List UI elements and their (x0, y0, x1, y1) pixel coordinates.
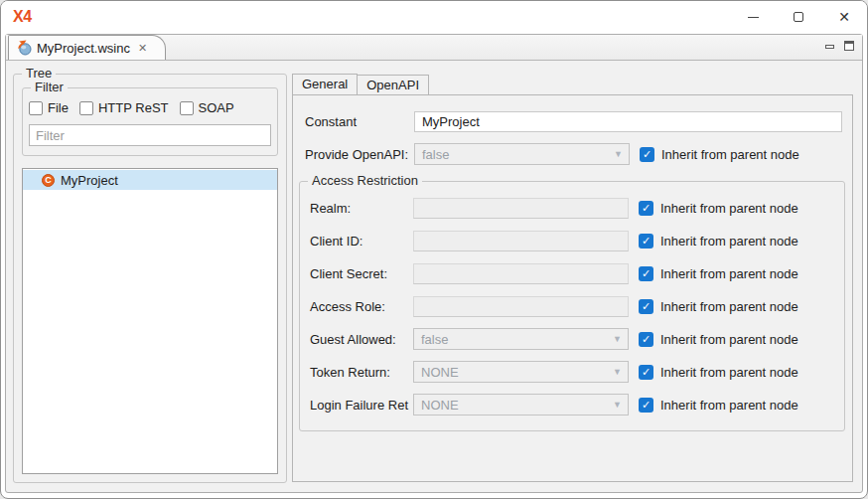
inherit-label: Inherit from parent node (660, 365, 798, 380)
filter-group: Filter File HTTP ReST SOAP (22, 87, 278, 156)
checkbox-checked-icon: ✓ (639, 299, 653, 314)
minimize-window-button[interactable] (730, 1, 776, 33)
client-id-row: Client ID: ✓ Inherit from parent node (310, 230, 844, 251)
x4-logo: X4 (13, 8, 32, 26)
client-secret-input[interactable] (413, 263, 629, 284)
access-restriction-title: Access Restriction (308, 173, 422, 188)
inherit-label: Inherit from parent node (660, 234, 798, 249)
tree-item-label: MyProject (61, 173, 118, 188)
guest-allowed-value: false (421, 332, 448, 347)
inherit-label: Inherit from parent node (660, 398, 798, 413)
inherit-label: Inherit from parent node (660, 201, 798, 216)
client-id-input[interactable] (413, 231, 629, 251)
inherit-label: Inherit from parent node (660, 266, 798, 281)
file-filter-label: File (48, 100, 69, 115)
tree-item-myproject[interactable]: C MyProject (23, 170, 277, 190)
detail-tabs: General OpenAPI (292, 74, 853, 94)
login-failure-inherit-checkbox[interactable]: ✓ Inherit from parent node (639, 398, 798, 413)
workspace: Tree Filter File HTTP ReST (6, 61, 862, 492)
checkbox-unchecked-icon (29, 101, 43, 115)
guest-allowed-select[interactable]: false ▼ (413, 328, 629, 350)
project-tree[interactable]: C MyProject (22, 168, 278, 474)
maximize-icon (794, 12, 803, 22)
maximize-window-button[interactable] (776, 1, 821, 33)
filter-input[interactable] (29, 124, 271, 146)
client-secret-inherit-checkbox[interactable]: ✓ Inherit from parent node (639, 266, 798, 281)
guest-allowed-label: Guest Allowed: (310, 332, 413, 347)
minimize-icon (748, 17, 759, 18)
checkbox-checked-icon: ✓ (640, 147, 654, 162)
window-controls: ✕ (730, 1, 867, 33)
checkbox-checked-icon: ✓ (639, 398, 653, 413)
token-return-row: Token Return: NONE ▼ ✓ Inherit from pare… (310, 361, 844, 383)
realm-inherit-checkbox[interactable]: ✓ Inherit from parent node (639, 201, 798, 216)
checkbox-checked-icon: ✓ (639, 332, 653, 347)
provide-openapi-label: Provide OpenAPI: (305, 147, 414, 162)
app-window: X4 ✕ MyProje (0, 0, 868, 499)
minimize-view-icon[interactable] (825, 45, 834, 49)
constant-label: Constant (305, 114, 414, 129)
chevron-down-icon: ▼ (613, 334, 622, 344)
tree-group-title: Tree (22, 66, 56, 81)
editor-tab-label: MyProject.wsinc (37, 41, 130, 56)
access-role-inherit-checkbox[interactable]: ✓ Inherit from parent node (639, 299, 798, 314)
checkbox-checked-icon: ✓ (639, 234, 653, 249)
constant-node-icon: C (42, 174, 55, 187)
realm-label: Realm: (310, 201, 413, 216)
login-failure-select[interactable]: NONE ▼ (413, 394, 629, 416)
access-role-row: Access Role: ✓ Inherit from parent node (310, 295, 844, 317)
login-failure-label: Login Failure Ret (310, 398, 413, 413)
access-role-label: Access Role: (310, 299, 413, 314)
close-icon: ✕ (838, 9, 850, 25)
chevron-down-icon: ▼ (614, 149, 623, 159)
client-secret-label: Client Secret: (310, 266, 413, 281)
editor-tab-bar: MyProject.wsinc ✕ (6, 35, 862, 61)
realm-input[interactable] (413, 198, 629, 219)
provide-openapi-select[interactable]: false ▼ (414, 143, 630, 165)
access-restriction-group: Access Restriction Realm: ✓ Inherit from… (299, 181, 845, 431)
token-return-label: Token Return: (310, 365, 413, 380)
login-failure-row: Login Failure Ret NONE ▼ ✓ Inherit from … (310, 394, 844, 416)
detail-panel: General OpenAPI Constant Provide OpenAPI… (292, 74, 853, 482)
provide-openapi-value: false (422, 147, 449, 162)
filter-group-title: Filter (31, 80, 68, 94)
checkbox-checked-icon: ✓ (639, 201, 653, 216)
general-tab-content: Constant Provide OpenAPI: false ▼ ✓ Inhe… (292, 94, 853, 482)
access-role-input[interactable] (413, 296, 629, 317)
filter-checkbox-row: File HTTP ReST SOAP (29, 100, 271, 115)
checkbox-unchecked-icon (180, 101, 194, 115)
constant-input[interactable] (414, 111, 842, 132)
tab-close-icon[interactable]: ✕ (136, 42, 149, 55)
provide-openapi-inherit-checkbox[interactable]: ✓ Inherit from parent node (640, 147, 799, 162)
tab-general[interactable]: General (292, 74, 358, 95)
editor-tab-myproject-wsinc[interactable]: MyProject.wsinc ✕ (8, 35, 166, 60)
guest-allowed-inherit-checkbox[interactable]: ✓ Inherit from parent node (639, 332, 798, 347)
client-secret-row: Client Secret: ✓ Inherit from parent nod… (310, 262, 844, 284)
inherit-label: Inherit from parent node (660, 299, 798, 314)
http-rest-filter-checkbox[interactable]: HTTP ReST (79, 100, 169, 115)
http-rest-filter-label: HTTP ReST (98, 100, 169, 115)
inherit-label: Inherit from parent node (660, 332, 798, 347)
guest-allowed-row: Guest Allowed: false ▼ ✓ Inherit from pa… (310, 328, 844, 350)
provide-openapi-row: Provide OpenAPI: false ▼ ✓ Inherit from … (305, 143, 842, 165)
checkbox-unchecked-icon (79, 101, 93, 115)
checkbox-checked-icon: ✓ (639, 365, 653, 380)
tree-panel: Tree Filter File HTTP ReST (13, 74, 287, 483)
token-return-select[interactable]: NONE ▼ (413, 361, 629, 383)
token-return-inherit-checkbox[interactable]: ✓ Inherit from parent node (639, 365, 798, 380)
checkbox-checked-icon: ✓ (639, 266, 653, 281)
inherit-label: Inherit from parent node (661, 147, 799, 162)
client-id-label: Client ID: (310, 234, 413, 249)
close-window-button[interactable]: ✕ (821, 1, 867, 33)
realm-row: Realm: ✓ Inherit from parent node (310, 197, 844, 219)
soap-filter-checkbox[interactable]: SOAP (180, 100, 234, 115)
title-bar: X4 ✕ (1, 1, 867, 33)
tab-openapi[interactable]: OpenAPI (358, 75, 429, 95)
maximize-view-icon[interactable] (844, 41, 854, 51)
editor-area: MyProject.wsinc ✕ Tree Filter File (5, 34, 863, 493)
soap-filter-label: SOAP (199, 100, 234, 115)
client-id-inherit-checkbox[interactable]: ✓ Inherit from parent node (639, 234, 798, 249)
file-filter-checkbox[interactable]: File (29, 100, 69, 115)
token-return-value: NONE (421, 365, 459, 380)
login-failure-value: NONE (421, 398, 459, 413)
